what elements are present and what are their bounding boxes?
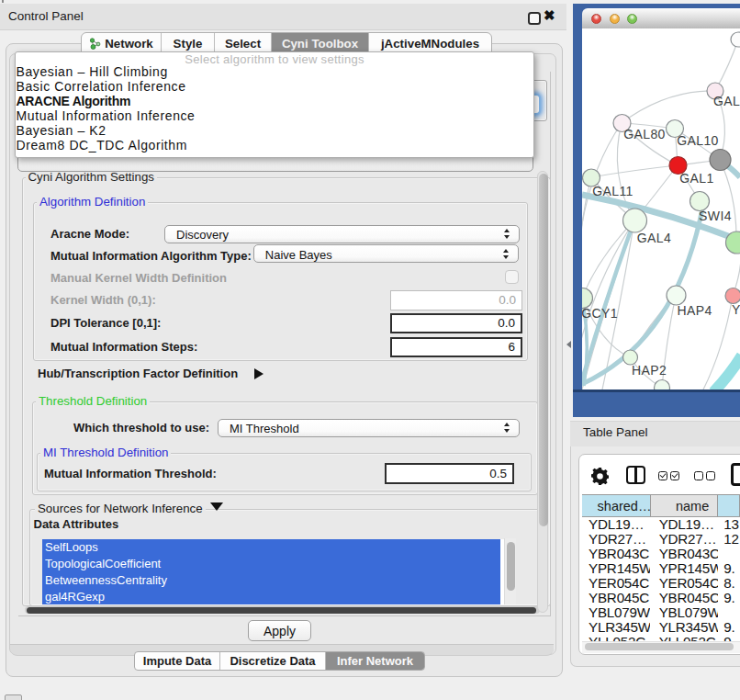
unchecked-column-icon-2[interactable] [706, 471, 715, 480]
network-view[interactable]: GAL2GAL80GAL10GAL1GAL11SWI4GAL4GCY1HAP4Y… [582, 28, 740, 390]
column-header-shared…[interactable]: shared… [582, 495, 651, 516]
tab-select[interactable]: Select [215, 33, 272, 53]
algorithm-option[interactable]: Bayesian – Hill Climbing [17, 64, 531, 79]
attributes-vscrollbar-thumb[interactable] [507, 542, 515, 591]
tab-style[interactable]: Style [162, 33, 215, 53]
table-row[interactable]: YLR345WYLR345W9. [582, 620, 740, 635]
which-threshold-label: Which threshold to use: [73, 421, 209, 435]
table-row[interactable]: YER054CYER054C8. [582, 576, 740, 591]
hub-expand-icon[interactable] [254, 368, 263, 379]
network-node[interactable] [731, 32, 740, 47]
unchecked-column-icon-1[interactable] [694, 471, 703, 480]
bottom-tab-impute-data[interactable]: Impute Data [135, 652, 220, 670]
minimized-panel-icon[interactable] [5, 694, 22, 700]
node-label-hap2: HAP2 [632, 363, 667, 378]
settings-hscrollbar-thumb[interactable] [27, 607, 536, 614]
algorithm-option[interactable]: Basic Correlation Inference [17, 79, 531, 94]
settings-vscrollbar-thumb[interactable] [539, 174, 548, 526]
zoom-light[interactable] [627, 14, 637, 24]
table-cell: YLR345W [582, 620, 650, 635]
algorithm-option[interactable]: Bayesian – K2 [17, 123, 531, 138]
network-edge[interactable] [591, 165, 678, 177]
combo-arrows-icon [503, 249, 510, 259]
table-hscrollbar-thumb[interactable] [585, 643, 734, 650]
column-header-name[interactable]: name [651, 495, 718, 516]
table-cell: YDR27… [650, 532, 719, 547]
table-cell: 13 [718, 517, 740, 532]
close-light[interactable] [591, 14, 601, 24]
kernel-width-field[interactable]: 0.0 [390, 290, 522, 310]
mi-steps-field[interactable]: 6 [390, 337, 522, 357]
aracne-mode-label: Aracne Mode: [50, 227, 129, 241]
gear-icon-svg [591, 468, 609, 485]
minimize-light[interactable] [610, 14, 620, 24]
table-cell: YBR045C [582, 591, 650, 605]
float-window-icon[interactable] [528, 12, 541, 25]
network-edge[interactable] [582, 220, 634, 298]
bottom-tab-infer-network[interactable]: Infer Network [326, 652, 424, 670]
attribute-item[interactable]: TopologicalCoefficient [42, 556, 500, 572]
table-cell: YDL19… [650, 517, 719, 532]
table-cell: YBR045C [650, 591, 719, 605]
attribute-item[interactable]: SelfLoops [42, 539, 500, 556]
network-window-titlebar[interactable] [582, 8, 740, 29]
document-icon[interactable] [731, 463, 740, 486]
mi-threshold-field[interactable]: 0.5 [385, 463, 515, 484]
split-view-icon[interactable] [626, 466, 645, 484]
table-cell: YBL079W [582, 605, 650, 620]
network-node[interactable] [655, 380, 670, 390]
control-panel-titlebar[interactable]: Control Panel [0, 4, 566, 30]
apply-button[interactable]: Apply [248, 620, 311, 641]
panel-splitter-handle[interactable] [566, 341, 571, 348]
checked-column-icon-2[interactable] [670, 471, 679, 480]
node-table[interactable]: shared…nameYDL19…YDL19…13YDR27…YDR27…12Y… [582, 494, 740, 642]
tab-label: Cyni Toolbox [282, 37, 358, 51]
algorithm-option[interactable]: Mutual Information Inference [17, 108, 531, 123]
manual-kernel-width-checkbox[interactable] [505, 270, 519, 284]
table-cell: YBR043C [582, 547, 650, 561]
tab-jactivemnodules[interactable]: jActiveMNodules [369, 33, 491, 53]
table-header: shared…name [582, 494, 740, 517]
network-edge[interactable] [713, 356, 740, 390]
manual-kernel-width-label: Manual Kernel Width Definition [50, 271, 227, 285]
table-row[interactable]: YPR145WYPR145W9. [582, 561, 740, 576]
attribute-item[interactable]: gal4RGexp [42, 589, 500, 604]
network-edge[interactable] [622, 91, 715, 123]
network-window-bottom-edge [573, 390, 740, 392]
mi-threshold-definition-group-title: MI Threshold Definition [40, 446, 171, 459]
network-node-gal4[interactable] [623, 209, 647, 232]
table-cell [718, 547, 740, 561]
data-attributes-list[interactable]: SelfLoopsTopologicalCoefficientBetweenne… [42, 539, 516, 604]
table-row[interactable]: YBR045CYBR045C9. [582, 591, 740, 605]
which-threshold-combo[interactable]: MI Threshold [218, 419, 520, 438]
mi-steps-field-label: Mutual Information Steps: [50, 340, 197, 354]
tab-label: Network [105, 37, 152, 51]
table-cell: 9. [718, 591, 740, 605]
table-cell: 9. [718, 561, 740, 576]
tab-label: jActiveMNodules [381, 37, 479, 51]
sources-collapse-icon[interactable] [210, 502, 223, 511]
table-row[interactable]: YDL19…YDL19…13 [582, 517, 740, 532]
table-row[interactable]: YBR043CYBR043C [582, 547, 740, 561]
checked-column-icon-1[interactable] [658, 471, 667, 480]
kernel-width-label: Kernel Width (0,1): [50, 293, 156, 307]
dpi-tolerance-field[interactable]: 0.0 [390, 313, 522, 334]
table-cell: YBR043C [650, 547, 719, 561]
aracne-mode-combo[interactable]: Discovery [164, 225, 520, 243]
network-node-y[interactable] [725, 288, 740, 304]
bottom-tab-discretize-data[interactable]: Discretize Data [220, 652, 326, 670]
gear-icon[interactable] [591, 468, 609, 485]
network-node[interactable] [710, 150, 731, 171]
column-header-cut[interactable] [718, 495, 740, 516]
table-cell: YER054C [650, 576, 719, 591]
tab-cyni-toolbox[interactable]: Cyni Toolbox [272, 33, 369, 53]
threshold-definition-group-title: Threshold Definition [36, 394, 150, 408]
table-row[interactable]: YBL079WYBL079W [582, 605, 740, 620]
attribute-item[interactable]: BetweennessCentrality [42, 572, 500, 589]
close-icon[interactable]: ✖ [544, 7, 555, 24]
tab-network[interactable]: Network [82, 33, 162, 53]
algorithm-option[interactable]: Dream8 DC_TDC Algorithm [17, 138, 531, 152]
mi-algorithm-type-combo[interactable]: Naive Bayes [253, 244, 520, 263]
table-row[interactable]: YDR27…YDR27…12 [582, 532, 740, 547]
algorithm-option[interactable]: ARACNE Algorithm [17, 94, 531, 108]
